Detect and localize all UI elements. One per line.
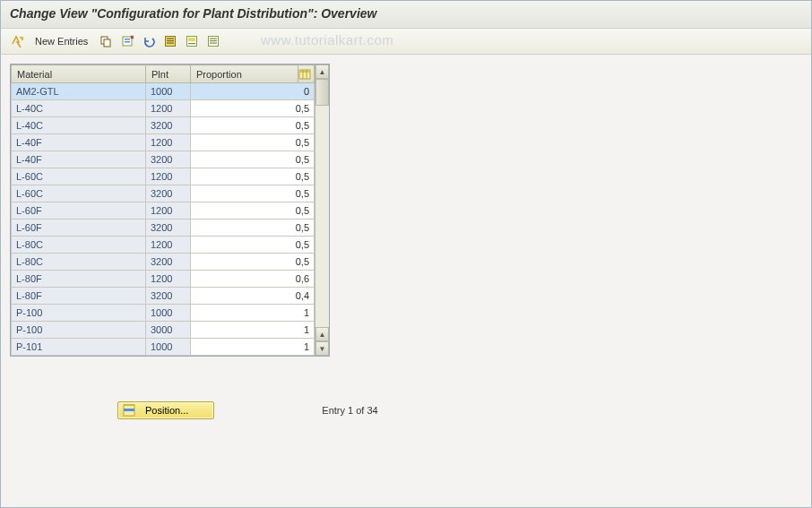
table-row[interactable]: P-10030001 (12, 322, 315, 339)
svg-rect-17 (299, 70, 310, 73)
svg-rect-1 (104, 39, 110, 47)
column-header-proportion[interactable]: Proportion (191, 65, 298, 83)
scroll-thumb[interactable] (315, 79, 329, 106)
cell-plnt[interactable]: 1200 (146, 100, 191, 117)
svg-rect-11 (188, 43, 195, 44)
svg-rect-8 (167, 43, 174, 44)
cell-proportion[interactable]: 0,5 (191, 202, 315, 220)
table-row[interactable]: L-60C32000,5 (12, 185, 315, 202)
cell-material[interactable]: L-40F (12, 134, 146, 151)
position-button-label: Position... (145, 405, 188, 416)
application-toolbar: New Entries www.tutorialkart.com (1, 29, 811, 55)
cell-material[interactable]: P-101 (12, 339, 146, 356)
content-area: Material Plnt Proportion AM2-GTL10000L-4… (1, 55, 811, 428)
cell-material[interactable]: L-60F (12, 202, 146, 220)
table-row[interactable]: P-10010001 (12, 305, 315, 322)
table-row[interactable]: L-60F32000,5 (12, 220, 315, 237)
cell-material[interactable]: L-80F (12, 288, 146, 305)
cell-plnt[interactable]: 3200 (146, 254, 191, 271)
cell-plnt[interactable]: 3000 (146, 322, 191, 339)
table-row[interactable]: L-80C32000,5 (12, 254, 315, 271)
cell-material[interactable]: L-80C (12, 254, 146, 271)
scroll-up-button[interactable]: ▲ (315, 65, 329, 79)
select-all-icon[interactable] (161, 32, 179, 50)
position-button[interactable]: Position... (117, 401, 214, 419)
table-row[interactable]: L-80C12000,5 (12, 237, 315, 254)
cell-proportion[interactable]: 1 (191, 322, 315, 339)
cell-plnt[interactable]: 3200 (146, 117, 191, 134)
svg-rect-13 (210, 39, 217, 39)
cell-proportion[interactable]: 0,5 (191, 237, 315, 254)
cell-proportion[interactable]: 1 (191, 305, 315, 322)
cell-proportion[interactable]: 0,5 (191, 134, 315, 151)
cell-plnt[interactable]: 1000 (146, 339, 191, 356)
scroll-track[interactable] (315, 79, 329, 327)
cell-proportion[interactable]: 0,5 (191, 185, 315, 202)
cell-plnt[interactable]: 1000 (146, 305, 191, 322)
table-row[interactable]: L-80F12000,6 (12, 271, 315, 288)
table-row[interactable]: AM2-GTL10000 (12, 83, 315, 100)
svg-rect-21 (124, 409, 134, 411)
column-header-material[interactable]: Material (12, 65, 146, 83)
cell-proportion[interactable]: 0,5 (191, 220, 315, 237)
svg-rect-14 (210, 40, 217, 41)
scroll-down-button-2[interactable]: ▼ (315, 341, 329, 356)
cell-plnt[interactable]: 1200 (146, 271, 191, 288)
table-row[interactable]: L-40F32000,5 (12, 151, 315, 168)
svg-rect-4 (125, 41, 130, 43)
table-row[interactable]: L-40C32000,5 (12, 117, 315, 134)
cell-proportion[interactable]: 0,5 (191, 100, 315, 117)
table-row[interactable]: L-60C12000,5 (12, 168, 315, 185)
delete-icon[interactable] (118, 32, 136, 50)
cell-material[interactable]: L-40C (12, 100, 146, 117)
other-view-icon[interactable] (8, 32, 26, 50)
cell-proportion[interactable]: 0 (191, 83, 315, 100)
cell-proportion[interactable]: 0,5 (191, 151, 315, 168)
cell-material[interactable]: P-100 (12, 305, 146, 322)
select-block-icon[interactable] (183, 32, 201, 50)
cell-proportion[interactable]: 1 (191, 339, 315, 356)
cell-material[interactable]: L-40F (12, 151, 146, 168)
cell-material[interactable]: L-40C (12, 117, 146, 134)
cell-material[interactable]: L-60F (12, 220, 146, 237)
data-grid: Material Plnt Proportion AM2-GTL10000L-4… (10, 64, 330, 357)
cell-plnt[interactable]: 1200 (146, 134, 191, 151)
cell-plnt[interactable]: 3200 (146, 151, 191, 168)
cell-material[interactable]: L-80F (12, 271, 146, 288)
vertical-scrollbar[interactable]: ▲ ▲ ▼ (315, 65, 329, 356)
cell-proportion[interactable]: 0,5 (191, 168, 315, 185)
scroll-down-button[interactable]: ▲ (315, 327, 329, 341)
table-row[interactable]: L-80F32000,4 (12, 288, 315, 305)
table-row[interactable]: L-40F12000,5 (12, 134, 315, 151)
cell-plnt[interactable]: 1200 (146, 237, 191, 254)
new-entries-button[interactable]: New Entries (30, 34, 93, 48)
cell-material[interactable]: L-80C (12, 237, 146, 254)
position-icon (122, 403, 136, 418)
cell-material[interactable]: L-60C (12, 168, 146, 185)
cell-plnt[interactable]: 1000 (146, 83, 191, 100)
table-row[interactable]: L-40C12000,5 (12, 100, 315, 117)
cell-proportion[interactable]: 0,5 (191, 254, 315, 271)
entry-status-text: Entry 1 of 34 (322, 405, 377, 416)
svg-rect-10 (188, 38, 195, 41)
deselect-all-icon[interactable] (204, 32, 222, 50)
table-row[interactable]: L-60F12000,5 (12, 202, 315, 220)
table-row[interactable]: P-10110001 (12, 339, 315, 356)
svg-rect-6 (167, 39, 174, 39)
cell-plnt[interactable]: 3200 (146, 288, 191, 305)
undo-icon[interactable] (140, 32, 158, 50)
cell-proportion[interactable]: 0,5 (191, 117, 315, 134)
cell-plnt[interactable]: 3200 (146, 220, 191, 237)
copy-icon[interactable] (97, 32, 115, 50)
footer-row: Position... Entry 1 of 34 (117, 401, 802, 419)
cell-material[interactable]: P-100 (12, 322, 146, 339)
cell-proportion[interactable]: 0,6 (191, 271, 315, 288)
cell-material[interactable]: L-60C (12, 185, 146, 202)
column-header-plnt[interactable]: Plnt (146, 65, 191, 83)
cell-material[interactable]: AM2-GTL (12, 83, 146, 100)
cell-plnt[interactable]: 1200 (146, 202, 191, 220)
cell-plnt[interactable]: 3200 (146, 185, 191, 202)
cell-plnt[interactable]: 1200 (146, 168, 191, 185)
table-settings-icon[interactable] (298, 65, 315, 83)
cell-proportion[interactable]: 0,4 (191, 288, 315, 305)
